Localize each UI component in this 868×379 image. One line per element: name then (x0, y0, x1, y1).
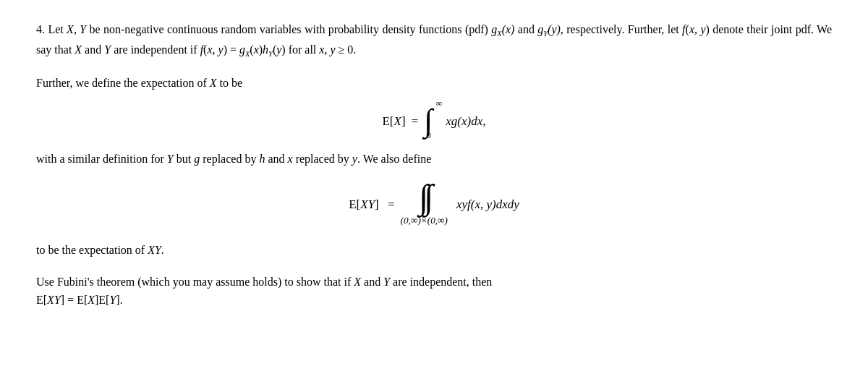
equals-sign-2: = (385, 195, 395, 214)
var-Y2: Y (104, 43, 111, 56)
paragraph-2: Further, we define the expectation of X … (36, 74, 832, 93)
var-X2: X (75, 43, 82, 56)
var-x: x (288, 153, 293, 165)
pdf-gX: gX(x) (491, 23, 514, 35)
integral-1: ∞ ∫ 0 xg(x)dx, (424, 105, 485, 137)
equation-line-1: E[X] = ∞ ∫ 0 xg(x)dx, (36, 105, 832, 137)
integrand-1: xg(x)dx, (446, 111, 485, 131)
lower-limit-zero: 0 (426, 128, 430, 142)
double-integral: ∫∫ (0,∞)×(0,∞) xyf(x, y)dxdy (401, 182, 519, 228)
joint-pdf: f (682, 23, 685, 35)
var-X4: X (354, 276, 361, 288)
var-Y: Y (80, 23, 86, 35)
var-X3: X (210, 77, 217, 89)
formula-expectation-XY: E[XY] = ∫∫ (0,∞)×(0,∞) xyf(x, y)dxdy (36, 182, 832, 228)
var-y: y (352, 153, 357, 165)
problem-number: 4. (36, 23, 45, 35)
pdf-gY: gY(y) (537, 23, 561, 35)
paragraph-4: to be the expectation of XY. (36, 241, 832, 260)
var-X: X (67, 23, 74, 35)
double-int-container: ∫∫ (0,∞)×(0,∞) (401, 182, 448, 228)
upper-limit-infinity: ∞ (435, 96, 442, 111)
equation-line-2: E[XY] = ∫∫ (0,∞)×(0,∞) xyf(x, y)dxdy (36, 182, 832, 228)
var-XY: XY (148, 244, 161, 256)
formula-expectation-X: E[X] = ∞ ∫ 0 xg(x)dx, (36, 105, 832, 137)
integrand-2: xyf(x, y)dxdy (456, 195, 519, 214)
var-Y4: Y (383, 276, 390, 288)
var-g: g (194, 153, 200, 165)
var-Y3: Y (167, 153, 174, 165)
paragraph-3: with a similar definition for Y but g re… (36, 150, 832, 169)
var-h: h (259, 153, 265, 165)
equals-sign-1: = (412, 111, 419, 131)
expectation-X-lhs: E[X] (382, 111, 405, 131)
paragraph-1: 4. Let X, Y be non-negative continuous r… (36, 20, 832, 61)
double-integral-lower-limit: (0,∞)×(0,∞) (401, 213, 448, 228)
page-content: 4. Let X, Y be non-negative continuous r… (36, 20, 832, 323)
independence-condition: f (200, 43, 203, 56)
paragraph-5: Use Fubini's theorem (which you may assu… (36, 273, 832, 310)
double-integral-symbol: ∫∫ (419, 182, 429, 213)
expectation-XY-lhs: E[XY] (349, 195, 379, 214)
conclusion-formula: E[XY] = E[X]E[Y]. (36, 294, 123, 306)
